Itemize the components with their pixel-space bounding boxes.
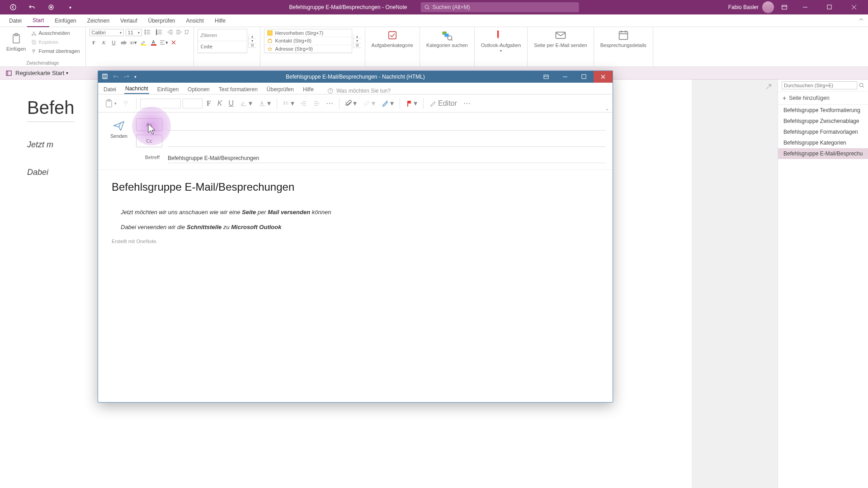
back-icon[interactable] xyxy=(6,0,20,14)
outlook-maximize-button[interactable] xyxy=(575,71,594,83)
page-item-0[interactable]: Befehlsgruppe Textformatierung xyxy=(778,105,868,116)
touch-icon[interactable] xyxy=(44,0,58,14)
page-search[interactable] xyxy=(778,80,868,92)
bullets-icon[interactable] xyxy=(144,29,154,36)
ol-collapse-icon[interactable]: ⌄ xyxy=(605,106,609,111)
ol-tab-text[interactable]: Text formatieren xyxy=(218,84,259,94)
ol-attach-icon[interactable]: ▾ xyxy=(343,97,359,110)
paste-button[interactable]: Einfügen xyxy=(4,33,28,52)
underline-icon[interactable]: U xyxy=(109,38,118,47)
ol-font-select[interactable] xyxy=(140,99,181,108)
page-title[interactable]: Befeh xyxy=(27,98,75,122)
strike-icon[interactable]: ab xyxy=(119,38,128,47)
ol-flag-icon[interactable]: ▾ xyxy=(404,97,420,110)
outdent-icon[interactable] xyxy=(167,29,174,36)
outlook-close-button[interactable] xyxy=(594,71,613,83)
highlight-icon[interactable] xyxy=(139,38,148,47)
ol-more-cmds-icon[interactable]: ⋯ xyxy=(461,97,473,110)
tell-me[interactable]: Was möchten Sie tun? xyxy=(327,88,391,94)
tab-hilfe[interactable]: Hilfe xyxy=(209,14,231,27)
ol-outdent-icon[interactable] xyxy=(298,97,309,110)
styles-scroll[interactable]: ▴▾⊟ xyxy=(248,34,256,48)
ol-indent-icon[interactable] xyxy=(311,97,322,110)
indent-icon[interactable] xyxy=(175,29,182,36)
user-name[interactable]: Fabio Basler xyxy=(728,4,759,10)
page-item-2[interactable]: Befehlsgruppe Formatvorlagen xyxy=(778,127,868,137)
ol-tab-nachricht[interactable]: Nachricht xyxy=(124,84,149,94)
tags-scroll[interactable]: ▴▾⊟ xyxy=(353,34,361,48)
font-size-select[interactable]: 11▾ xyxy=(126,29,142,36)
ol-tab-hilfe[interactable]: Hilfe xyxy=(302,84,315,94)
outlook-aufgaben-button[interactable]: Outlook-Aufgaben▾ xyxy=(478,29,524,53)
styles-gallery[interactable]: Zitieren Code xyxy=(198,29,247,53)
tab-ansicht[interactable]: Ansicht xyxy=(181,14,209,27)
kategorien-suchen-button[interactable]: Kategorien suchen xyxy=(424,29,471,48)
tab-einfuegen[interactable]: Einfügen xyxy=(49,14,81,27)
add-page-button[interactable]: +Seite hinzufügen xyxy=(778,92,868,105)
maximize-button[interactable] xyxy=(819,0,840,14)
italic-icon[interactable]: K xyxy=(99,38,108,47)
format-painter-button[interactable]: Format übertragen xyxy=(29,47,81,55)
cc-field-input[interactable] xyxy=(168,135,605,147)
ol-paste-icon[interactable]: ▾ xyxy=(103,97,119,110)
betreff-input[interactable]: Befehlsgruppe E-Mail/Besprechungen xyxy=(168,151,605,163)
send-button[interactable]: Senden xyxy=(105,117,132,165)
ol-tab-einfuegen[interactable]: Einfügen xyxy=(156,84,179,94)
delete-icon[interactable] xyxy=(169,38,178,47)
outlook-redo-icon[interactable] xyxy=(123,73,130,81)
an-field-button[interactable]: An xyxy=(136,118,162,131)
expand-icon[interactable] xyxy=(765,83,772,90)
ol-editor-button[interactable]: Editor xyxy=(427,97,459,110)
page-item-1[interactable]: Befehlsgruppe Zwischenablage xyxy=(778,116,868,127)
qat-more-icon[interactable]: ▾ xyxy=(63,0,77,14)
outlook-minimize-button[interactable] xyxy=(556,71,575,83)
cut-button[interactable]: Ausschneiden xyxy=(29,29,81,37)
ol-tab-datei[interactable]: Datei xyxy=(103,84,117,94)
ol-signature-icon[interactable]: ▾ xyxy=(379,97,396,110)
bold-icon[interactable]: F xyxy=(90,38,99,47)
copy-button[interactable]: Kopieren xyxy=(29,38,81,46)
collapse-ribbon-icon[interactable] xyxy=(858,16,864,24)
page-item-4[interactable]: Befehlsgruppe E-Mail/Besprechu xyxy=(778,148,868,159)
minimize-button[interactable] xyxy=(795,0,816,14)
ribbon-options-icon[interactable] xyxy=(778,0,791,14)
tab-ueberpruefen[interactable]: Überprüfen xyxy=(142,14,180,27)
ol-bullets-icon[interactable]: ▾ xyxy=(281,97,297,110)
ol-tab-optionen[interactable]: Optionen xyxy=(187,84,211,94)
numbering-icon[interactable]: 123 xyxy=(156,29,165,36)
ol-italic-icon[interactable]: K xyxy=(215,97,225,110)
outlook-message-body[interactable]: Befehlsgruppe E-Mail/Besprechungen Jetzt… xyxy=(98,170,613,402)
ol-format-painter-icon[interactable] xyxy=(121,97,132,110)
avatar[interactable] xyxy=(762,1,774,13)
ol-fontcolor-icon[interactable]: A▾ xyxy=(256,97,273,110)
tab-start[interactable]: Start xyxy=(27,14,49,27)
clear-format-icon[interactable] xyxy=(184,29,190,36)
outlook-qat-more[interactable]: ▾ xyxy=(134,75,137,79)
tags-gallery[interactable]: Hervorheben (Strg+7) Kontakt (Strg+8) Ad… xyxy=(264,29,352,53)
seite-per-email-button[interactable]: Seite per E-Mail senden xyxy=(531,29,590,48)
cc-field-button[interactable]: Cc xyxy=(136,135,162,147)
ol-tab-ueberpruefen[interactable]: Überprüfen xyxy=(266,84,295,94)
outlook-ribbon-opts[interactable] xyxy=(537,71,556,83)
ol-more-icon[interactable]: ⋯ xyxy=(324,97,335,110)
tab-datei[interactable]: Datei xyxy=(4,14,27,27)
undo-icon[interactable] xyxy=(25,0,39,14)
ol-underline-icon[interactable]: U xyxy=(226,97,236,110)
tab-zeichnen[interactable]: Zeichnen xyxy=(82,14,115,27)
page-item-3[interactable]: Befehlsgruppe Kategorien xyxy=(778,137,868,148)
subscript-icon[interactable]: x2▾ xyxy=(129,38,138,47)
ol-font-size[interactable] xyxy=(183,99,203,108)
page-search-input[interactable] xyxy=(782,81,857,89)
font-name-select[interactable]: Calibri▾ xyxy=(90,29,124,36)
outlook-undo-icon[interactable] xyxy=(113,73,119,81)
font-color-icon[interactable]: A xyxy=(149,38,158,47)
close-button[interactable] xyxy=(844,0,864,14)
ol-link-icon[interactable]: ▾ xyxy=(361,97,377,110)
align-icon[interactable]: ▾ xyxy=(159,38,168,47)
aufgabenkategorie-button[interactable]: Aufgabenkategorie xyxy=(369,29,416,48)
besprechungsdetails-button[interactable]: Besprechungsdetails xyxy=(598,29,649,48)
outlook-save-icon[interactable] xyxy=(102,73,108,81)
ol-bold-icon[interactable]: F xyxy=(204,97,213,110)
search-box[interactable]: Suchen (Alt+M) xyxy=(420,2,579,12)
tab-verlauf[interactable]: Verlauf xyxy=(115,14,142,27)
